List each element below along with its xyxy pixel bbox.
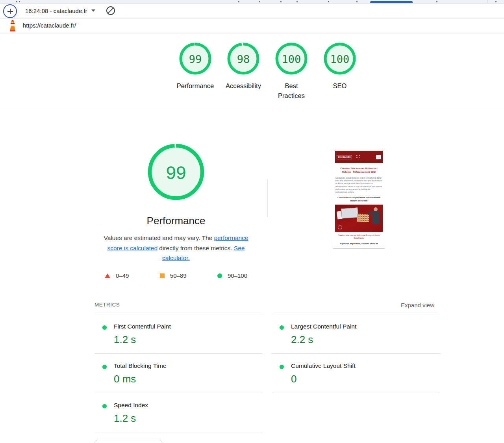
person-body-shape — [372, 211, 380, 224]
svg-text:100: 100 — [282, 53, 301, 65]
legend-range: 0–49 — [116, 272, 129, 279]
tab-text-fragment — [495, 1, 497, 2]
metric-label: First Contentful Paint — [114, 323, 263, 330]
legend-range: 50–89 — [170, 272, 187, 279]
metric-speed-index: Speed Index 1.2 s — [94, 393, 263, 432]
metric-value: 2.2 s — [291, 334, 440, 346]
metric-value: 0 ms — [114, 373, 263, 385]
gauge-ring: 100 — [324, 42, 356, 75]
section-divider — [0, 110, 504, 110]
fail-triangle-icon — [105, 273, 110, 278]
thumb-site-title: Création Site Internet Mulhouse - Refont… — [336, 167, 382, 174]
svg-text:100: 100 — [330, 53, 350, 65]
tab-text-fragment — [296, 1, 298, 2]
metric-cumulative-layout-shift: Cumulative Layout Shift 0 — [272, 354, 440, 393]
description-text: directly from these metrics. — [158, 245, 234, 251]
laptop-shape — [341, 208, 358, 219]
expand-view-button[interactable]: Expand view — [356, 302, 434, 308]
pass-dot-icon — [280, 365, 284, 369]
pass-dot-icon — [102, 365, 107, 369]
block-icon — [106, 6, 116, 16]
metrics-column-left: First Contentful Paint 1.2 s Total Block… — [94, 314, 263, 432]
metrics-heading: METRICS — [94, 302, 120, 308]
lighthouse-icon — [7, 20, 18, 34]
score-gauge-best-practices[interactable]: 100 Best Practices — [269, 42, 313, 101]
tab-text-fragment — [16, 1, 17, 2]
tab-text-fragment — [19, 1, 20, 2]
report-url: https://cataclaude.fr/ — [23, 22, 76, 29]
legend-pass: 90–100 — [217, 272, 247, 279]
thumb-site-footer: Expertise, expérience, services variés e… — [335, 242, 383, 245]
metric-value: 0 — [291, 373, 440, 385]
metric-label: Largest Contentful Paint — [291, 323, 440, 330]
tab-text-fragment — [356, 1, 358, 2]
pass-dot-icon — [102, 325, 107, 330]
devtools-tab-strip — [0, 0, 504, 4]
pass-dot-icon — [102, 404, 107, 408]
thumb-site-logo: CATACLAUDE — [337, 155, 352, 159]
report-selector-label: 16:24:08 - cataclaude.fr — [25, 7, 87, 14]
score-legend: 0–49 50–89 90–100 — [105, 272, 247, 279]
gauge-ring: 98 — [227, 42, 259, 75]
tab-text-fragment — [280, 1, 282, 2]
metric-label: Cumulative Layout Shift — [291, 362, 440, 369]
page-screenshot-thumbnail[interactable]: CATACLAUDE ☰ Création Site Internet Mulh… — [333, 149, 385, 249]
report-selector[interactable]: 16:24:08 - cataclaude.fr — [25, 4, 95, 18]
hamburger-icon: ☰ — [376, 155, 381, 159]
tab-separator — [487, 0, 487, 3]
average-square-icon — [160, 273, 165, 278]
score-gauge-performance[interactable]: 99 Performance — [173, 42, 217, 91]
thumb-site-caption: Création site internet Mulhouse Pourquoi… — [335, 234, 383, 240]
performance-big-gauge: 99 — [147, 143, 205, 203]
tab-text-fragment — [436, 1, 437, 2]
svg-text:99: 99 — [166, 162, 186, 183]
thumb-site-intro: CataClaude, Claude Elsasser, expert en m… — [335, 177, 382, 194]
pass-circle-icon — [217, 273, 222, 278]
legend-range: 90–100 — [228, 272, 247, 279]
metric-label: Speed Index — [114, 402, 263, 409]
report-url-bar: https://cataclaude.fr/ — [0, 18, 504, 33]
thumb-site-header: CATACLAUDE ☰ — [335, 151, 383, 163]
gauge-ring: 100 — [275, 42, 308, 75]
gauge-ring: 99 — [147, 143, 205, 201]
score-gauge-accessibility[interactable]: 98 Accessibility — [221, 42, 265, 91]
svg-text:99: 99 — [189, 53, 202, 65]
tab-text-fragment — [328, 1, 329, 2]
partial-bottom-button[interactable] — [94, 440, 162, 443]
gauge-label: SEO — [318, 81, 362, 91]
metric-first-contentful-paint: First Contentful Paint 1.2 s — [94, 314, 263, 354]
chevron-down-icon — [91, 9, 95, 12]
metric-label: Total Blocking Time — [114, 362, 263, 369]
tab-text-fragment — [238, 1, 239, 2]
description-text: Values are estimated and may vary. The — [104, 234, 214, 241]
legend-fail: 0–49 — [105, 272, 129, 279]
gauge-label: Best Practices — [275, 81, 308, 101]
legend-average: 50–89 — [160, 272, 187, 279]
tab-lighthouse-active-underline[interactable] — [370, 1, 413, 3]
metric-value: 1.2 s — [114, 334, 263, 346]
thumb-site-subtitle: Consultant SEO spécialiste référencement… — [335, 196, 383, 202]
clear-reports-button[interactable] — [106, 6, 116, 16]
score-gauge-seo[interactable]: 100 SEO — [318, 42, 362, 91]
pass-dot-icon — [280, 325, 284, 330]
gauge-label: Performance — [173, 81, 217, 91]
logo-circle-shape — [338, 225, 342, 229]
metrics-column-right: Largest Contentful Paint 2.2 s Cumulativ… — [272, 314, 440, 393]
metric-total-blocking-time: Total Blocking Time 0 ms — [94, 354, 263, 393]
metric-largest-contentful-paint: Largest Contentful Paint 2.2 s — [272, 314, 440, 354]
thumb-hero-image — [335, 205, 383, 232]
performance-description: Values are estimated and may vary. The p… — [98, 233, 254, 263]
lighthouse-toolbar: 16:24:08 - cataclaude.fr — [0, 4, 504, 18]
new-report-button[interactable] — [3, 4, 17, 18]
thumb-logo-dots — [356, 155, 361, 159]
gauge-ring: 99 — [179, 42, 211, 75]
plus-icon — [6, 7, 15, 16]
performance-section-title: Performance — [117, 215, 235, 227]
screen-panel-shape — [357, 214, 369, 222]
gauge-label: Accessibility — [221, 81, 265, 91]
svg-text:98: 98 — [237, 53, 250, 65]
column-divider — [267, 179, 268, 217]
metric-value: 1.2 s — [114, 412, 263, 425]
tab-text-fragment — [259, 1, 260, 2]
